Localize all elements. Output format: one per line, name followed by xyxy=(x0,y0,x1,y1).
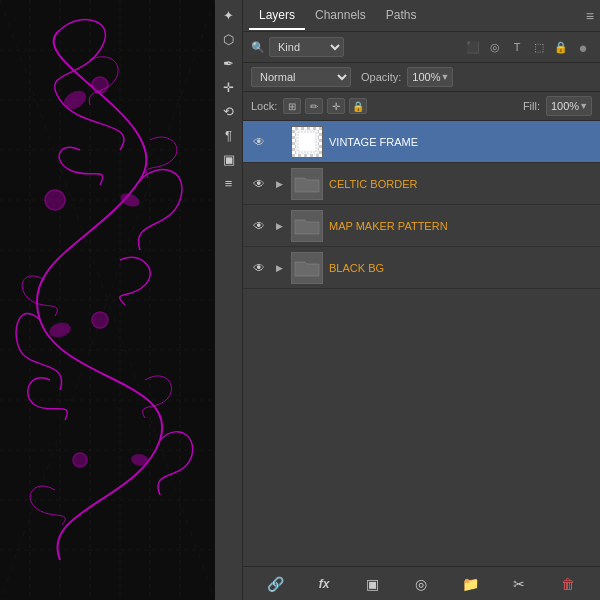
tool-layers[interactable]: ▣ xyxy=(218,148,240,170)
layer-name-map-maker-pattern: MAP MAKER PATTERN xyxy=(329,220,592,232)
svg-rect-29 xyxy=(296,130,318,154)
layers-panel: Layers Channels Paths ≡ 🔍 Kind Name Effe… xyxy=(243,0,600,600)
svg-point-21 xyxy=(45,190,65,210)
lock-label: Lock: xyxy=(251,100,277,112)
tab-paths[interactable]: Paths xyxy=(376,2,427,30)
filter-type-icon[interactable]: T xyxy=(508,38,526,56)
opacity-arrow: ▼ xyxy=(441,72,450,82)
fill-arrow: ▼ xyxy=(579,101,588,111)
filter-row: 🔍 Kind Name Effect Mode ⬛ ◎ T ⬚ 🔒 ● xyxy=(243,32,600,63)
visibility-toggle-map-maker-pattern[interactable]: 👁 xyxy=(251,218,267,234)
svg-point-22 xyxy=(92,312,108,328)
tab-layers[interactable]: Layers xyxy=(249,2,305,30)
tool-select[interactable]: ✦ xyxy=(218,4,240,26)
visibility-toggle-vintage-frame[interactable]: 👁 xyxy=(251,134,267,150)
new-layer-btn[interactable]: ✂ xyxy=(507,572,531,596)
canvas-area xyxy=(0,0,215,600)
panel-tabs: Layers Channels Paths ≡ xyxy=(243,0,600,32)
opacity-label: Opacity: xyxy=(361,71,401,83)
layer-item-black-bg[interactable]: 👁 ▶ BLACK BG xyxy=(243,247,600,289)
tool-move[interactable]: ✛ xyxy=(218,76,240,98)
layer-effects-btn[interactable]: fx xyxy=(312,572,336,596)
lock-pixels-btn[interactable]: ⊞ xyxy=(283,98,301,114)
filter-icons: ⬛ ◎ T ⬚ 🔒 ● xyxy=(464,38,592,56)
lock-paint-btn[interactable]: ✏ xyxy=(305,98,323,114)
add-mask-btn[interactable]: ▣ xyxy=(361,572,385,596)
thumbnail-map-maker-pattern xyxy=(291,210,323,242)
blend-mode-select[interactable]: Normal Dissolve Multiply Screen Overlay xyxy=(251,67,351,87)
panel-menu-icon[interactable]: ≡ xyxy=(586,8,594,24)
layer-name-vintage-frame: VINTAGE FRAME xyxy=(329,136,592,148)
lock-all-btn[interactable]: 🔒 xyxy=(349,98,367,114)
visibility-toggle-celtic-border[interactable]: 👁 xyxy=(251,176,267,192)
tool-pen[interactable]: ✒ xyxy=(218,52,240,74)
fill-input[interactable]: 100% ▼ xyxy=(546,96,592,116)
thumbnail-black-bg xyxy=(291,252,323,284)
layers-list: 👁 VINTAGE FRAME 👁 ▶ xyxy=(243,121,600,566)
thumbnail-celtic-border xyxy=(291,168,323,200)
adjustment-layer-btn[interactable]: ◎ xyxy=(409,572,433,596)
blend-mode-row: Normal Dissolve Multiply Screen Overlay … xyxy=(243,63,600,92)
filter-adjust-icon[interactable]: ◎ xyxy=(486,38,504,56)
delete-layer-btn[interactable]: 🗑 xyxy=(556,572,580,596)
layer-name-celtic-border: CELTIC BORDER xyxy=(329,178,592,190)
tool-rotate[interactable]: ⟲ xyxy=(218,100,240,122)
kind-select[interactable]: Kind Name Effect Mode xyxy=(269,37,344,57)
layer-item-celtic-border[interactable]: 👁 ▶ CELTIC BORDER xyxy=(243,163,600,205)
panel-bottom-toolbar: 🔗 fx ▣ ◎ 📁 ✂ 🗑 xyxy=(243,566,600,600)
expand-celtic-border[interactable]: ▶ xyxy=(273,178,285,190)
layer-name-black-bg: BLACK BG xyxy=(329,262,592,274)
expand-black-bg[interactable]: ▶ xyxy=(273,262,285,274)
lock-move-btn[interactable]: ✛ xyxy=(327,98,345,114)
tool-align[interactable]: ≡ xyxy=(218,172,240,194)
tool-shape[interactable]: ⬡ xyxy=(218,28,240,50)
tab-channels[interactable]: Channels xyxy=(305,2,376,30)
layer-item-vintage-frame[interactable]: 👁 VINTAGE FRAME xyxy=(243,121,600,163)
filter-toggle-icon[interactable]: ● xyxy=(574,38,592,56)
svg-point-23 xyxy=(73,453,87,467)
lock-row: Lock: ⊞ ✏ ✛ 🔒 Fill: 100% ▼ xyxy=(243,92,600,121)
link-layers-btn[interactable]: 🔗 xyxy=(263,572,287,596)
tool-text[interactable]: ¶ xyxy=(218,124,240,146)
visibility-toggle-black-bg[interactable]: 👁 xyxy=(251,260,267,276)
tool-sidebar: ✦ ⬡ ✒ ✛ ⟲ ¶ ▣ ≡ xyxy=(215,0,243,600)
lock-icons: ⊞ ✏ ✛ 🔒 xyxy=(283,98,367,114)
filter-smart-icon[interactable]: 🔒 xyxy=(552,38,570,56)
layer-item-map-maker-pattern[interactable]: 👁 ▶ MAP MAKER PATTERN xyxy=(243,205,600,247)
new-group-btn[interactable]: 📁 xyxy=(458,572,482,596)
thumbnail-vintage-frame xyxy=(291,126,323,158)
expand-map-maker-pattern[interactable]: ▶ xyxy=(273,220,285,232)
filter-pixel-icon[interactable]: ⬛ xyxy=(464,38,482,56)
search-icon: 🔍 xyxy=(251,41,265,54)
opacity-input[interactable]: 100% ▼ xyxy=(407,67,453,87)
filter-shape-icon[interactable]: ⬚ xyxy=(530,38,548,56)
fill-label: Fill: xyxy=(523,100,540,112)
